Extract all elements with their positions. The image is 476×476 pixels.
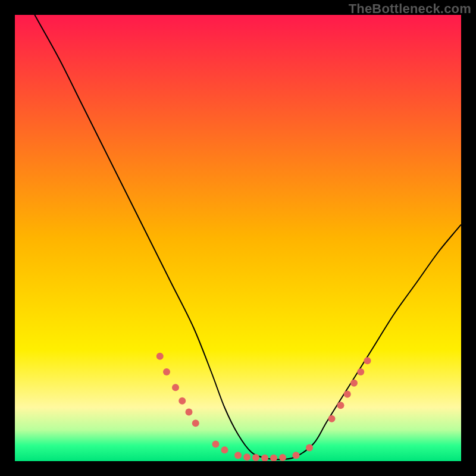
curve-marker <box>337 402 345 409</box>
curve-marker <box>192 419 199 427</box>
curve-marker <box>234 452 242 459</box>
chart-background <box>15 15 461 461</box>
curve-marker <box>172 384 179 391</box>
curve-marker <box>279 454 286 461</box>
curve-marker <box>212 441 220 448</box>
curve-marker <box>252 454 259 461</box>
curve-marker <box>306 444 313 452</box>
curve-marker <box>328 415 336 422</box>
chart-container: TheBottleneck.com <box>0 0 476 476</box>
curve-marker <box>163 368 170 375</box>
curve-marker <box>364 357 371 364</box>
curve-marker <box>178 397 186 405</box>
curve-marker <box>156 353 164 360</box>
watermark-text: TheBottleneck.com <box>349 1 471 17</box>
curve-marker <box>293 452 300 459</box>
curve-marker <box>186 409 193 416</box>
plot-area <box>15 15 461 461</box>
chart-svg <box>15 15 461 461</box>
curve-marker <box>344 391 351 398</box>
curve-marker <box>221 446 228 453</box>
curve-marker <box>243 453 250 461</box>
curve-marker <box>357 368 364 375</box>
curve-marker <box>350 380 358 387</box>
